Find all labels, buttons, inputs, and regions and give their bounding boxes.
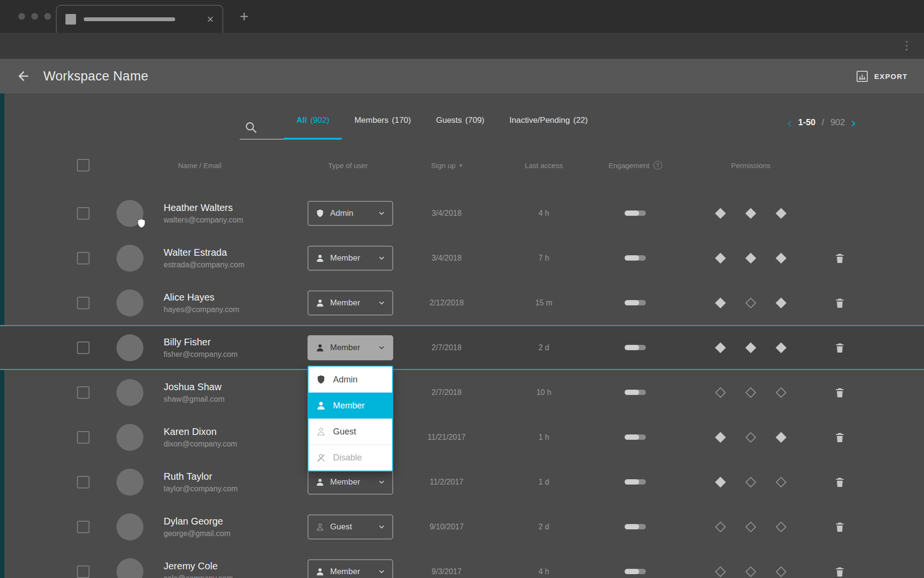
delete-user-button[interactable] xyxy=(834,476,846,488)
permission-diamond[interactable] xyxy=(715,387,726,398)
user-email: fisher@company.com xyxy=(164,350,303,359)
permission-diamond[interactable] xyxy=(776,432,787,443)
export-button[interactable]: EXPORT xyxy=(856,70,908,83)
row-checkbox[interactable] xyxy=(77,565,90,578)
column-header-permissions: Permissions xyxy=(731,161,770,170)
column-header-signup[interactable]: Sign up ▾ xyxy=(431,161,462,170)
user-name: Ruth Taylor xyxy=(164,471,303,482)
column-header-engagement: Engagement ? xyxy=(608,161,662,170)
permission-diamond[interactable] xyxy=(715,297,726,308)
user-type-dropdown[interactable]: Admin xyxy=(308,201,393,226)
tab-guests[interactable]: Guests (709) xyxy=(424,116,497,140)
permission-diamond[interactable] xyxy=(776,297,787,308)
search-input[interactable] xyxy=(240,121,284,140)
last-access: 10 h xyxy=(536,388,551,397)
row-checkbox[interactable] xyxy=(77,431,90,444)
signup-date: 9/3/2017 xyxy=(432,567,462,576)
signup-date: 2/12/2018 xyxy=(429,299,463,307)
permission-diamond[interactable] xyxy=(715,432,726,443)
delete-user-button[interactable] xyxy=(834,387,846,398)
user-type-dropdown[interactable]: Member xyxy=(308,335,393,360)
permission-diamond[interactable] xyxy=(715,208,726,219)
pagination-next-icon[interactable]: › xyxy=(851,118,856,128)
signup-date: 9/10/2017 xyxy=(429,523,463,531)
delete-user-button[interactable] xyxy=(834,432,846,443)
permission-diamond[interactable] xyxy=(776,521,787,532)
permission-diamond[interactable] xyxy=(776,208,787,219)
signup-date: 2/7/2018 xyxy=(432,388,462,397)
permission-diamond[interactable] xyxy=(776,387,787,398)
delete-user-button[interactable] xyxy=(834,521,846,533)
tab-inactive-pending[interactable]: Inactive/Pending (22) xyxy=(497,116,601,140)
permission-diamond[interactable] xyxy=(776,252,787,263)
dropdown-option-admin[interactable]: Admin xyxy=(308,367,392,393)
kebab-menu-icon[interactable] xyxy=(904,39,910,53)
user-name: Jeremy Cole xyxy=(164,561,303,572)
permission-diamond[interactable] xyxy=(745,387,757,398)
permission-diamond[interactable] xyxy=(715,476,726,487)
engagement-indicator xyxy=(625,390,646,395)
user-type-dropdown[interactable]: Member xyxy=(308,290,393,315)
user-name: Joshua Shaw xyxy=(164,381,303,393)
delete-user-button[interactable] xyxy=(834,252,846,264)
table-row: Dylan George george@gmail.com Guest 9/10… xyxy=(0,504,924,549)
permission-diamond[interactable] xyxy=(745,297,757,308)
delete-user-button[interactable] xyxy=(834,297,846,309)
engagement-indicator xyxy=(625,524,646,529)
row-checkbox[interactable] xyxy=(77,252,90,264)
user-email: hayes@company.com xyxy=(164,305,303,314)
permission-diamond[interactable] xyxy=(715,252,726,263)
tab-all[interactable]: All (902) xyxy=(284,116,342,140)
user-type-label: Member xyxy=(330,298,360,308)
row-checkbox[interactable] xyxy=(77,342,90,354)
permission-diamond[interactable] xyxy=(745,208,757,219)
permission-diamond[interactable] xyxy=(745,476,757,487)
permission-diamond[interactable] xyxy=(776,342,787,353)
window-control-dot[interactable] xyxy=(31,13,38,20)
user-type-dropdown[interactable]: Member xyxy=(308,559,393,578)
window-control-dot[interactable] xyxy=(18,13,25,20)
permission-diamond[interactable] xyxy=(715,521,726,532)
last-access: 1 h xyxy=(539,433,549,442)
dropdown-option-disable[interactable]: Disable xyxy=(308,445,392,471)
permission-diamond[interactable] xyxy=(776,476,787,487)
permission-diamond[interactable] xyxy=(715,342,726,353)
pagination-prev-icon[interactable]: ‹ xyxy=(787,118,792,128)
window-control-dot[interactable] xyxy=(44,13,51,20)
last-access: 4 h xyxy=(539,209,549,218)
user-type-dropdown[interactable]: Member xyxy=(308,470,393,495)
permission-diamond[interactable] xyxy=(745,521,757,532)
signup-date: 11/21/2017 xyxy=(428,433,466,442)
delete-user-button[interactable] xyxy=(834,566,846,578)
tab-members[interactable]: Members (170) xyxy=(342,116,424,140)
row-checkbox[interactable] xyxy=(77,521,90,533)
dropdown-option-guest[interactable]: Guest xyxy=(308,419,392,445)
permission-diamond[interactable] xyxy=(745,342,757,353)
row-checkbox[interactable] xyxy=(77,386,90,399)
tab-close-icon[interactable]: × xyxy=(207,13,214,25)
user-email: george@gmail.com xyxy=(164,529,303,538)
user-email: walters@company.com xyxy=(164,216,303,224)
permission-diamond[interactable] xyxy=(745,566,757,577)
permission-diamond[interactable] xyxy=(745,432,757,443)
new-tab-button[interactable]: + xyxy=(240,9,249,24)
row-checkbox[interactable] xyxy=(77,297,90,309)
delete-user-button[interactable] xyxy=(834,342,846,354)
row-checkbox[interactable] xyxy=(77,207,90,220)
table-body: Heather Walters walters@company.com Admi… xyxy=(0,191,924,578)
user-type-dropdown[interactable]: Member xyxy=(308,246,393,271)
dropdown-option-member[interactable]: Member xyxy=(308,393,392,419)
help-icon[interactable]: ? xyxy=(654,161,662,170)
row-checkbox[interactable] xyxy=(77,476,90,488)
permission-diamond[interactable] xyxy=(776,566,787,577)
member-icon xyxy=(315,477,325,487)
export-label: EXPORT xyxy=(874,72,908,80)
permission-diamond[interactable] xyxy=(745,252,757,263)
back-button[interactable] xyxy=(16,69,31,83)
permission-diamond[interactable] xyxy=(715,566,726,577)
user-type-dropdown[interactable]: Guest xyxy=(308,514,393,539)
member-icon xyxy=(316,400,326,411)
browser-tab[interactable]: × xyxy=(56,5,223,33)
select-all-checkbox[interactable] xyxy=(77,159,90,171)
export-chart-icon xyxy=(856,70,869,83)
